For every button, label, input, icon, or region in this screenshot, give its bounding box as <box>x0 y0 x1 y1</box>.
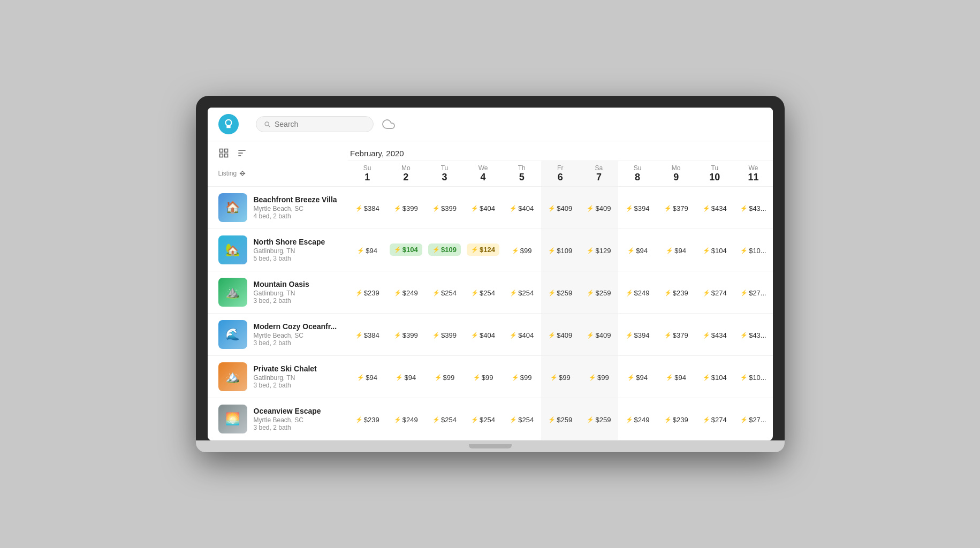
day-col-9: Mo 9 <box>657 161 695 186</box>
rate-cell[interactable]: ⚡$384 <box>348 186 386 229</box>
rate-cell[interactable]: ⚡$129 <box>580 229 618 271</box>
rate-cell[interactable]: ⚡$94 <box>348 355 386 398</box>
listing-cell: 🏡 North Shore Escape Gatlinburg, TN 5 be… <box>208 229 348 271</box>
listing-cell: 🌊 Modern Cozy Oceanfr... Myrtle Beach, S… <box>208 313 348 355</box>
rate-value: ⚡$399 <box>432 204 457 212</box>
rate-cell[interactable]: ⚡$94 <box>348 229 386 271</box>
property-beds: 3 bed, 2 bath <box>254 382 317 389</box>
rate-cell[interactable]: ⚡$379 <box>657 186 695 229</box>
rate-cell[interactable]: ⚡$254 <box>425 271 464 313</box>
rate-cell[interactable]: ⚡$99 <box>503 229 541 271</box>
rate-cell[interactable]: ⚡$99 <box>425 355 464 398</box>
rate-cell[interactable]: ⚡$404 <box>464 186 502 229</box>
rate-cell[interactable]: ⚡$254 <box>503 398 541 440</box>
rate-cell[interactable]: ⚡$259 <box>580 271 618 313</box>
rate-cell[interactable]: ⚡$124 <box>464 229 502 271</box>
rate-cell[interactable]: ⚡$254 <box>425 398 464 440</box>
rate-cell[interactable]: ⚡$27... <box>734 271 772 313</box>
listing-cell: 🏠 Beachfront Breeze Villa Myrtle Beach, … <box>208 186 348 229</box>
rate-value: ⚡$259 <box>587 289 611 297</box>
grid-icon[interactable] <box>218 148 229 158</box>
lightning-icon: ⚡ <box>664 416 672 423</box>
rate-cell[interactable]: ⚡$379 <box>657 313 695 355</box>
property-details: Mountain Oasis Gatlinburg, TN 3 bed, 2 b… <box>254 280 309 305</box>
rate-value: ⚡$129 <box>587 247 611 255</box>
lightning-icon: ⚡ <box>471 246 478 253</box>
table-row[interactable]: 🏠 Beachfront Breeze Villa Myrtle Beach, … <box>208 186 773 229</box>
lightning-icon: ⚡ <box>703 416 710 423</box>
lightning-icon: ⚡ <box>740 247 748 254</box>
filter-icon[interactable] <box>237 148 247 158</box>
rate-cell[interactable]: ⚡$104 <box>386 229 425 271</box>
rate-cell[interactable]: ⚡$434 <box>695 186 734 229</box>
rate-cell[interactable]: ⚡$94 <box>657 355 695 398</box>
rate-cell[interactable]: ⚡$94 <box>618 229 657 271</box>
rate-cell[interactable]: ⚡$259 <box>541 271 580 313</box>
search-input[interactable] <box>275 120 366 128</box>
rate-cell[interactable]: ⚡$43... <box>734 313 772 355</box>
rate-value: ⚡$259 <box>587 416 611 424</box>
property-location: Gatlinburg, TN <box>254 247 325 255</box>
table-row[interactable]: ⛰️ Mountain Oasis Gatlinburg, TN 3 bed, … <box>208 271 773 313</box>
rate-value: ⚡$10... <box>740 247 766 255</box>
rate-cell[interactable]: ⚡$99 <box>580 355 618 398</box>
listing-sort[interactable]: Listing <box>218 170 346 177</box>
rate-value: ⚡$404 <box>471 204 495 212</box>
lightning-icon: ⚡ <box>626 205 633 212</box>
rate-cell[interactable]: ⚡$259 <box>580 398 618 440</box>
rate-cell[interactable]: ⚡$394 <box>618 186 657 229</box>
table-row[interactable]: 🏔️ Private Ski Chalet Gatlinburg, TN 3 b… <box>208 355 773 398</box>
rate-cell[interactable]: ⚡$104 <box>695 355 734 398</box>
rate-cell[interactable]: ⚡$99 <box>464 355 502 398</box>
rate-cell[interactable]: ⚡$394 <box>618 313 657 355</box>
rate-cell[interactable]: ⚡$94 <box>386 355 425 398</box>
rate-cell[interactable]: ⚡$239 <box>657 271 695 313</box>
rate-cell[interactable]: ⚡$94 <box>618 355 657 398</box>
rate-cell[interactable]: ⚡$94 <box>657 229 695 271</box>
rate-cell[interactable]: ⚡$409 <box>580 313 618 355</box>
rate-cell[interactable]: ⚡$409 <box>541 186 580 229</box>
rate-value: ⚡$43... <box>740 204 766 212</box>
rate-cell[interactable]: ⚡$399 <box>386 313 425 355</box>
rate-cell[interactable]: ⚡$239 <box>657 398 695 440</box>
rate-cell[interactable]: ⚡$109 <box>425 229 464 271</box>
rate-cell[interactable]: ⚡$404 <box>503 186 541 229</box>
search-bar[interactable] <box>256 116 374 132</box>
rate-cell[interactable]: ⚡$384 <box>348 313 386 355</box>
rate-cell[interactable]: ⚡$254 <box>464 271 502 313</box>
table-row[interactable]: 🌊 Modern Cozy Oceanfr... Myrtle Beach, S… <box>208 313 773 355</box>
table-row[interactable]: 🏡 North Shore Escape Gatlinburg, TN 5 be… <box>208 229 773 271</box>
rate-cell[interactable]: ⚡$10... <box>734 229 772 271</box>
rate-cell[interactable]: ⚡$27... <box>734 398 772 440</box>
rate-cell[interactable]: ⚡$249 <box>386 398 425 440</box>
rate-cell[interactable]: ⚡$249 <box>618 271 657 313</box>
rate-cell[interactable]: ⚡$409 <box>580 186 618 229</box>
rate-cell[interactable]: ⚡$254 <box>503 271 541 313</box>
rate-cell[interactable]: ⚡$434 <box>695 313 734 355</box>
property-details: Beachfront Breeze Villa Myrtle Beach, SC… <box>254 195 337 220</box>
rate-cell[interactable]: ⚡$239 <box>348 398 386 440</box>
lightning-icon: ⚡ <box>394 332 401 339</box>
rate-cell[interactable]: ⚡$254 <box>464 398 502 440</box>
rate-cell[interactable]: ⚡$104 <box>695 229 734 271</box>
rate-cell[interactable]: ⚡$43... <box>734 186 772 229</box>
rate-cell[interactable]: ⚡$399 <box>425 186 464 229</box>
rate-cell[interactable]: ⚡$239 <box>348 271 386 313</box>
rate-cell[interactable]: ⚡$409 <box>541 313 580 355</box>
rate-cell[interactable]: ⚡$99 <box>541 355 580 398</box>
svg-rect-3 <box>224 149 227 153</box>
rate-cell[interactable]: ⚡$10... <box>734 355 772 398</box>
rate-cell[interactable]: ⚡$109 <box>541 229 580 271</box>
rate-badge-green: ⚡$104 <box>390 243 422 256</box>
rate-cell[interactable]: ⚡$274 <box>695 398 734 440</box>
table-row[interactable]: 🌅 Oceanview Escape Myrtle Beach, SC 3 be… <box>208 398 773 440</box>
rate-cell[interactable]: ⚡$249 <box>618 398 657 440</box>
rate-cell[interactable]: ⚡$259 <box>541 398 580 440</box>
rate-cell[interactable]: ⚡$404 <box>503 313 541 355</box>
rate-cell[interactable]: ⚡$99 <box>503 355 541 398</box>
rate-cell[interactable]: ⚡$249 <box>386 271 425 313</box>
rate-cell[interactable]: ⚡$399 <box>386 186 425 229</box>
rate-cell[interactable]: ⚡$274 <box>695 271 734 313</box>
rate-cell[interactable]: ⚡$399 <box>425 313 464 355</box>
rate-cell[interactable]: ⚡$404 <box>464 313 502 355</box>
